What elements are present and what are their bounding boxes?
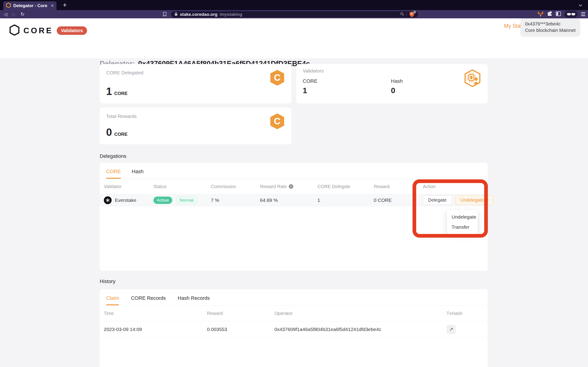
- url-bar[interactable]: stake.coredao.org /mystaking | 2: [171, 11, 418, 17]
- adblock-shield-icon[interactable]: 2: [409, 11, 415, 17]
- cell-reward-rate: 64.69 %: [260, 198, 317, 203]
- menu-item-undelegate[interactable]: Undelegate: [447, 212, 478, 222]
- svg-text:C: C: [274, 73, 281, 83]
- card-core-delegated: CORE Delegated 1 CORE C: [100, 64, 292, 103]
- history-heading: History: [100, 278, 115, 284]
- tab-claim[interactable]: Claim: [106, 295, 119, 305]
- cell-operator: 0x437609f1a46a5f804b31ea6f5d41241dfd3ebe…: [275, 327, 447, 332]
- col-status: Status: [153, 184, 211, 189]
- glasses-icon: [567, 13, 571, 15]
- txhash-external-link-button[interactable]: ↗: [447, 325, 456, 334]
- tab-hash-records[interactable]: Hash Records: [178, 295, 210, 305]
- card-label: Validators: [303, 68, 324, 74]
- history-row: 2023-03-09 14:09 0.003553 0x437609f1a46a…: [100, 321, 488, 338]
- extensions-puzzle-icon[interactable]: [547, 11, 552, 17]
- validators-badge[interactable]: Validators: [57, 26, 87, 35]
- col-action: Action: [423, 184, 488, 189]
- bookmark-icon[interactable]: [163, 12, 167, 18]
- new-tab-button[interactable]: +: [60, 0, 69, 10]
- core-coin-icon: C: [270, 70, 285, 86]
- metamask-icon[interactable]: [537, 11, 544, 18]
- col-reward: Reward: [374, 184, 423, 189]
- cell-core-delegate: 1: [317, 198, 374, 203]
- browser-tab[interactable]: Delegator - Core ×: [3, 1, 57, 10]
- validators-hash-value: 0: [391, 86, 395, 95]
- col-reward: Reward: [207, 311, 275, 316]
- col-txhash: TxHash: [447, 311, 488, 316]
- status-badge-active: Active: [153, 197, 172, 204]
- col-core-delegate: CORE Delegate: [317, 184, 374, 189]
- history-table-header: Time Reward Operator TxHash: [100, 306, 488, 321]
- profile-glasses-button[interactable]: [564, 11, 578, 18]
- cell-reward: 0.003553: [207, 327, 275, 332]
- sidebar-panel-icon[interactable]: [556, 11, 561, 17]
- core-brand[interactable]: CORE Validators: [9, 24, 87, 37]
- menu-hamburger-icon[interactable]: [581, 12, 585, 16]
- wallet-network: Core blockchain Mainnet: [525, 27, 576, 33]
- url-host: stake.coredao.org: [180, 12, 217, 17]
- cell-commission: 7 %: [211, 198, 260, 203]
- history-tabs: Claim CORE Records Hash Records: [100, 289, 488, 306]
- validators-core-value: 1: [303, 86, 307, 95]
- tab-core[interactable]: CORE: [106, 169, 121, 179]
- card-total-rewards: Total Rewards 0 CORE C: [100, 108, 292, 144]
- site-header: CORE Validators My Staking 0x4376***3ebe…: [0, 18, 588, 58]
- status-badge-normal: Normal: [176, 196, 197, 204]
- zoom-icon[interactable]: [400, 12, 404, 17]
- history-panel: Claim CORE Records Hash Records Time Rew…: [100, 289, 488, 367]
- undelegate-dropdown-button[interactable]: Undelegate: [455, 195, 493, 205]
- validators-core-label: CORE: [303, 78, 317, 84]
- screen: Delegator - Core × + ◁ ▷ ↻ stake.coredao…: [0, 0, 588, 367]
- browser-tab-strip: Delegator - Core × +: [0, 0, 588, 10]
- url-separator: |: [406, 12, 407, 17]
- tab-favicon-hexagon-icon: [6, 2, 11, 9]
- menu-item-transfer[interactable]: Transfer: [447, 222, 478, 232]
- undelegate-dropdown-menu: Undelegate Transfer: [447, 210, 478, 234]
- col-time: Time: [104, 311, 207, 316]
- tab-core-records[interactable]: CORE Records: [131, 295, 166, 305]
- url-path: /mystaking: [220, 12, 242, 17]
- core-logo-hexagon-icon: [9, 24, 20, 37]
- delegations-panel: CORE Hash Validator Status Commission Re…: [100, 163, 488, 271]
- core-delegated-value: 1: [106, 85, 112, 98]
- col-operator: Operator: [275, 311, 447, 316]
- tab-list-chevron-icon[interactable]: [579, 3, 583, 7]
- back-button[interactable]: ◁: [2, 10, 9, 18]
- tab-title: Delegator - Core: [13, 3, 48, 8]
- lock-icon: [174, 12, 178, 17]
- validators-hash-label: Hash: [391, 78, 403, 84]
- delegations-table-header: Validator Status Commission Reward Rate …: [100, 179, 488, 194]
- core-coin-icon: C: [270, 114, 285, 130]
- total-rewards-unit: CORE: [114, 132, 128, 137]
- cell-time: 2023-03-09 14:09: [104, 327, 207, 332]
- delegations-heading: Delegations: [100, 153, 126, 159]
- total-rewards-value: 0: [106, 126, 112, 138]
- cell-reward: 0 CORE: [374, 198, 423, 203]
- col-commission: Commission: [211, 184, 260, 189]
- core-delegated-unit: CORE: [114, 91, 128, 96]
- info-icon[interactable]: i: [289, 184, 293, 189]
- delegation-row-everstake: Everstake Active Normal 7 % 64.69 % 1 0 …: [100, 194, 488, 206]
- svg-text:C: C: [274, 116, 281, 126]
- wallet-info-card[interactable]: 0x4376***3ebe4c Core blockchain Mainnet: [521, 18, 580, 36]
- shield-badge-count: 2: [413, 10, 416, 14]
- wallet-address: 0x4376***3ebe4c: [525, 21, 576, 27]
- validator-name[interactable]: Everstake: [115, 198, 136, 203]
- everstake-logo-icon: [104, 196, 112, 204]
- card-label: Total Rewards: [106, 114, 137, 119]
- card-validators: Validators CORE 1 Hash 0: [296, 64, 488, 103]
- card-label: CORE Delegated: [106, 70, 143, 75]
- tab-close-icon[interactable]: ×: [51, 3, 54, 9]
- browser-toolbar: ◁ ▷ ↻ stake.coredao.org /mystaking | 2: [0, 10, 588, 18]
- delegate-button[interactable]: Delegate: [423, 195, 452, 205]
- brand-name: CORE: [23, 26, 53, 35]
- tab-hash[interactable]: Hash: [132, 169, 144, 179]
- forward-button[interactable]: ▷: [10, 10, 17, 18]
- chevron-down-icon: [486, 198, 489, 201]
- validators-hexagon-chip-icon: [464, 69, 481, 88]
- reload-button[interactable]: ↻: [19, 10, 26, 18]
- delegations-tabs: CORE Hash: [100, 163, 488, 179]
- col-reward-rate: Reward Rate: [260, 184, 287, 189]
- col-validator: Validator: [104, 184, 153, 189]
- external-arrow-icon: ↗: [449, 326, 453, 332]
